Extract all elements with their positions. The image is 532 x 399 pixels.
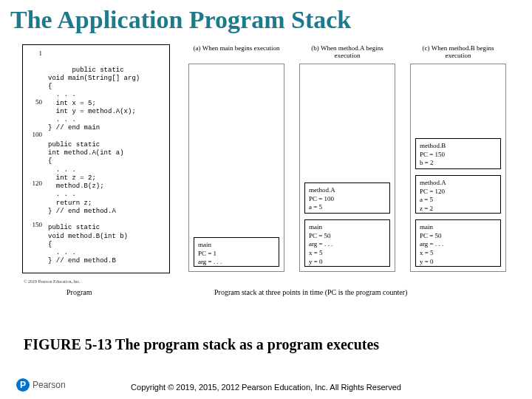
frame-line: arg = . . . [309,240,386,249]
gutter-number: 50 [35,98,42,106]
stack-b-box: method.A PC = 100 a = 5 main PC = 50 arg… [299,64,395,272]
code-text: public static void main(String[] arg) { … [48,66,140,265]
frame-label: method.A [420,179,497,188]
frame-b-main: main PC = 50 arg = . . . x = 5 y = 0 [304,219,390,267]
frame-line: PC = 120 [420,188,497,197]
stack-caption: Program stack at three points in time (P… [214,288,407,296]
frame-line: a = 5 [420,196,497,205]
stack-c-box: method.B PC = 150 b = 2 method.A PC = 12… [410,64,506,272]
frame-line: PC = 1 [198,250,275,259]
stack-col-b: (b) When method.A begins execution metho… [299,44,395,281]
frame-line: x = 5 [420,249,497,258]
stack-a-caption: (a) When main begins execution [188,44,284,61]
frame-c-main: main PC = 50 arg = . . . x = 5 y = 0 [415,219,501,267]
frame-line: y = 0 [420,258,497,267]
frame-line: PC = 150 [420,151,497,160]
copyright-footer: Copyright © 2019, 2015, 2012 Pearson Edu… [0,383,532,392]
stack-c-caption: (c) When method.B begins execution [410,44,506,61]
frame-a-main: main PC = 1 arg = . . . [194,237,279,267]
frame-line: b = 2 [420,159,497,168]
frame-line: x = 5 [309,249,386,258]
stack-col-c: (c) When method.B begins execution metho… [410,44,506,281]
micro-copyright: © 2019 Pearson Education, Inc. [24,279,81,284]
frame-line: arg = . . . [420,240,497,249]
gutter-number: 100 [33,131,43,139]
gutter-number: 1 [39,50,43,58]
stack-col-a: (a) When main begins execution main PC =… [188,44,284,281]
frame-line: y = 0 [309,258,386,267]
figure-area: 150100120150 public static void main(Str… [22,44,510,325]
code-frame: 150100120150 public static void main(Str… [22,44,170,273]
slide-title: The Application Program Stack [0,0,532,35]
program-caption: Program [66,288,92,296]
frame-b-methodA: method.A PC = 100 a = 5 [304,183,390,214]
frame-line: PC = 50 [420,232,497,241]
stack-a-box: main PC = 1 arg = . . . [188,64,284,272]
frame-line: a = 5 [309,203,386,212]
frame-c-methodA: method.A PC = 120 a = 5 z = 2 [415,175,501,214]
gutter-number: 120 [33,180,43,188]
frame-label: method.B [420,142,497,151]
frame-label: main [420,223,497,232]
frame-label: main [309,223,386,232]
figure-caption: FIGURE 5-13 The program stack as a progr… [24,336,379,353]
frame-line: z = 2 [420,205,497,214]
frame-label: method.A [309,186,386,195]
frame-line: PC = 100 [309,195,386,204]
stack-b-caption: (b) When method.A begins execution [299,44,395,61]
gutter-number: 150 [33,221,43,229]
frame-line: arg = . . . [198,258,275,267]
frame-label: main [198,241,275,250]
code-column: 150100120150 public static void main(Str… [22,44,170,281]
frame-c-methodB: method.B PC = 150 b = 2 [415,138,501,169]
frame-line: PC = 50 [309,232,386,241]
